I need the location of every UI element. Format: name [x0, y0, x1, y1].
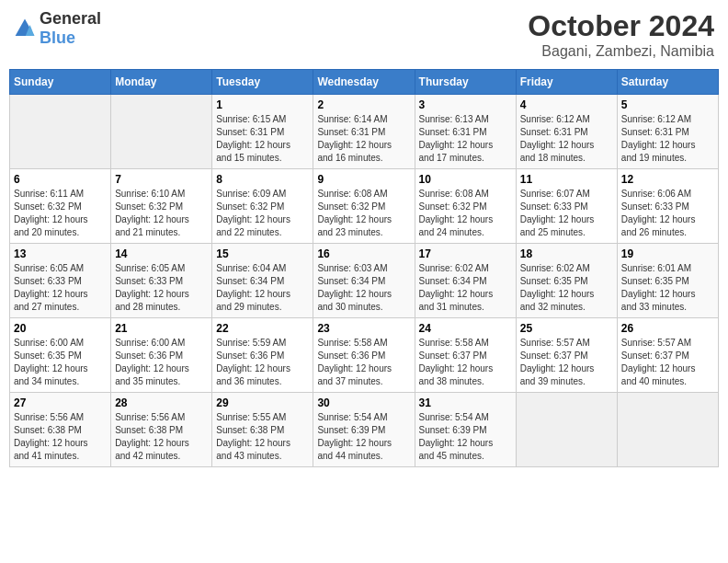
- calendar-week-row: 6Sunrise: 6:11 AM Sunset: 6:32 PM Daylig…: [10, 169, 719, 244]
- day-number: 30: [317, 396, 410, 409]
- calendar-cell: 9Sunrise: 6:08 AM Sunset: 6:32 PM Daylig…: [313, 169, 415, 244]
- day-detail: Sunrise: 6:10 AM Sunset: 6:32 PM Dayligh…: [115, 188, 208, 239]
- day-detail: Sunrise: 6:03 AM Sunset: 6:34 PM Dayligh…: [317, 262, 410, 314]
- day-number: 11: [520, 173, 613, 186]
- day-detail: Sunrise: 6:11 AM Sunset: 6:32 PM Dayligh…: [14, 188, 107, 239]
- day-number: 28: [115, 396, 208, 409]
- calendar-cell: 23Sunrise: 5:58 AM Sunset: 6:36 PM Dayli…: [313, 318, 415, 393]
- calendar-header-saturday: Saturday: [617, 70, 718, 95]
- day-detail: Sunrise: 6:07 AM Sunset: 6:33 PM Dayligh…: [520, 188, 613, 239]
- day-number: 29: [216, 396, 309, 409]
- day-detail: Sunrise: 6:04 AM Sunset: 6:34 PM Dayligh…: [216, 262, 309, 314]
- calendar-header-sunday: Sunday: [10, 70, 111, 95]
- calendar-cell: 25Sunrise: 5:57 AM Sunset: 6:37 PM Dayli…: [516, 318, 617, 393]
- day-detail: Sunrise: 6:06 AM Sunset: 6:33 PM Dayligh…: [621, 188, 714, 239]
- day-number: 21: [115, 322, 208, 335]
- calendar-cell: 20Sunrise: 6:00 AM Sunset: 6:35 PM Dayli…: [10, 318, 111, 393]
- calendar-cell: 24Sunrise: 5:58 AM Sunset: 6:37 PM Dayli…: [415, 318, 516, 393]
- calendar-cell: 4Sunrise: 6:12 AM Sunset: 6:31 PM Daylig…: [516, 95, 617, 169]
- calendar-cell: 6Sunrise: 6:11 AM Sunset: 6:32 PM Daylig…: [10, 169, 111, 244]
- logo-blue: Blue: [40, 29, 75, 47]
- day-detail: Sunrise: 6:02 AM Sunset: 6:34 PM Dayligh…: [419, 262, 512, 314]
- calendar-cell: 13Sunrise: 6:05 AM Sunset: 6:33 PM Dayli…: [10, 244, 111, 318]
- day-number: 7: [115, 173, 208, 186]
- calendar-header-monday: Monday: [111, 70, 212, 95]
- day-detail: Sunrise: 5:54 AM Sunset: 6:39 PM Dayligh…: [317, 411, 410, 463]
- day-detail: Sunrise: 5:58 AM Sunset: 6:36 PM Dayligh…: [317, 337, 410, 388]
- day-detail: Sunrise: 5:56 AM Sunset: 6:38 PM Dayligh…: [115, 411, 208, 463]
- day-number: 5: [621, 98, 714, 111]
- day-detail: Sunrise: 5:59 AM Sunset: 6:36 PM Dayligh…: [216, 337, 309, 388]
- day-number: 27: [14, 396, 107, 409]
- day-detail: Sunrise: 5:57 AM Sunset: 6:37 PM Dayligh…: [520, 337, 613, 388]
- day-detail: Sunrise: 6:01 AM Sunset: 6:35 PM Dayligh…: [621, 262, 714, 314]
- calendar-header-row: SundayMondayTuesdayWednesdayThursdayFrid…: [10, 70, 719, 95]
- day-detail: Sunrise: 6:08 AM Sunset: 6:32 PM Dayligh…: [419, 188, 512, 239]
- day-detail: Sunrise: 5:57 AM Sunset: 6:37 PM Dayligh…: [621, 337, 714, 388]
- calendar-week-row: 13Sunrise: 6:05 AM Sunset: 6:33 PM Dayli…: [10, 244, 719, 318]
- page-header: General Blue October 2024 Bagani, Zambez…: [9, 9, 719, 60]
- day-number: 20: [14, 322, 107, 335]
- calendar-cell: 10Sunrise: 6:08 AM Sunset: 6:32 PM Dayli…: [415, 169, 516, 244]
- day-detail: Sunrise: 6:09 AM Sunset: 6:32 PM Dayligh…: [216, 188, 309, 239]
- day-number: 23: [317, 322, 410, 335]
- day-number: 25: [520, 322, 613, 335]
- calendar-header-friday: Friday: [516, 70, 617, 95]
- day-detail: Sunrise: 6:08 AM Sunset: 6:32 PM Dayligh…: [317, 188, 410, 239]
- day-detail: Sunrise: 6:05 AM Sunset: 6:33 PM Dayligh…: [14, 262, 107, 314]
- day-detail: Sunrise: 6:00 AM Sunset: 6:35 PM Dayligh…: [14, 337, 107, 388]
- calendar-cell: 21Sunrise: 6:00 AM Sunset: 6:36 PM Dayli…: [111, 318, 212, 393]
- day-number: 31: [419, 396, 512, 409]
- calendar-cell: 16Sunrise: 6:03 AM Sunset: 6:34 PM Dayli…: [313, 244, 415, 318]
- calendar-cell: 3Sunrise: 6:13 AM Sunset: 6:31 PM Daylig…: [415, 95, 516, 169]
- calendar-week-row: 27Sunrise: 5:56 AM Sunset: 6:38 PM Dayli…: [10, 393, 719, 467]
- calendar-cell: 27Sunrise: 5:56 AM Sunset: 6:38 PM Dayli…: [10, 393, 111, 467]
- day-number: 15: [216, 247, 309, 260]
- day-detail: Sunrise: 5:58 AM Sunset: 6:37 PM Dayligh…: [419, 337, 512, 388]
- day-number: 22: [216, 322, 309, 335]
- logo-text: General Blue: [40, 9, 101, 48]
- day-detail: Sunrise: 6:12 AM Sunset: 6:31 PM Dayligh…: [621, 113, 714, 165]
- day-detail: Sunrise: 6:14 AM Sunset: 6:31 PM Dayligh…: [317, 113, 410, 165]
- calendar-cell: 19Sunrise: 6:01 AM Sunset: 6:35 PM Dayli…: [617, 244, 718, 318]
- calendar-cell: 18Sunrise: 6:02 AM Sunset: 6:35 PM Dayli…: [516, 244, 617, 318]
- calendar-cell: 29Sunrise: 5:55 AM Sunset: 6:38 PM Dayli…: [212, 393, 313, 467]
- day-number: 10: [419, 173, 512, 186]
- logo-general: General: [40, 9, 101, 28]
- day-number: 2: [317, 98, 410, 111]
- day-detail: Sunrise: 6:15 AM Sunset: 6:31 PM Dayligh…: [216, 113, 309, 165]
- day-detail: Sunrise: 6:13 AM Sunset: 6:31 PM Dayligh…: [419, 113, 512, 165]
- day-detail: Sunrise: 6:05 AM Sunset: 6:33 PM Dayligh…: [115, 262, 208, 314]
- calendar-cell: 14Sunrise: 6:05 AM Sunset: 6:33 PM Dayli…: [111, 244, 212, 318]
- calendar-cell: [10, 95, 111, 169]
- calendar-header-wednesday: Wednesday: [313, 70, 415, 95]
- calendar-cell: 8Sunrise: 6:09 AM Sunset: 6:32 PM Daylig…: [212, 169, 313, 244]
- day-detail: Sunrise: 6:00 AM Sunset: 6:36 PM Dayligh…: [115, 337, 208, 388]
- calendar-cell: [617, 393, 718, 467]
- day-detail: Sunrise: 6:12 AM Sunset: 6:31 PM Dayligh…: [520, 113, 613, 165]
- day-number: 18: [520, 247, 613, 260]
- calendar-cell: 22Sunrise: 5:59 AM Sunset: 6:36 PM Dayli…: [212, 318, 313, 393]
- logo-icon: [14, 17, 36, 40]
- calendar-cell: [516, 393, 617, 467]
- day-number: 16: [317, 247, 410, 260]
- calendar-week-row: 20Sunrise: 6:00 AM Sunset: 6:35 PM Dayli…: [10, 318, 719, 393]
- day-detail: Sunrise: 5:55 AM Sunset: 6:38 PM Dayligh…: [216, 411, 309, 463]
- calendar-cell: 11Sunrise: 6:07 AM Sunset: 6:33 PM Dayli…: [516, 169, 617, 244]
- day-number: 14: [115, 247, 208, 260]
- calendar-cell: 26Sunrise: 5:57 AM Sunset: 6:37 PM Dayli…: [617, 318, 718, 393]
- calendar-cell: 30Sunrise: 5:54 AM Sunset: 6:39 PM Dayli…: [313, 393, 415, 467]
- day-number: 26: [621, 322, 714, 335]
- day-number: 3: [419, 98, 512, 111]
- calendar-cell: 7Sunrise: 6:10 AM Sunset: 6:32 PM Daylig…: [111, 169, 212, 244]
- day-detail: Sunrise: 5:54 AM Sunset: 6:39 PM Dayligh…: [419, 411, 512, 463]
- day-number: 13: [14, 247, 107, 260]
- day-number: 12: [621, 173, 714, 186]
- day-number: 1: [216, 98, 309, 111]
- day-detail: Sunrise: 6:02 AM Sunset: 6:35 PM Dayligh…: [520, 262, 613, 314]
- page-location: Bagani, Zambezi, Namibia: [528, 43, 714, 60]
- calendar-cell: 5Sunrise: 6:12 AM Sunset: 6:31 PM Daylig…: [617, 95, 718, 169]
- day-detail: Sunrise: 5:56 AM Sunset: 6:38 PM Dayligh…: [14, 411, 107, 463]
- calendar-cell: 2Sunrise: 6:14 AM Sunset: 6:31 PM Daylig…: [313, 95, 415, 169]
- calendar-cell: 12Sunrise: 6:06 AM Sunset: 6:33 PM Dayli…: [617, 169, 718, 244]
